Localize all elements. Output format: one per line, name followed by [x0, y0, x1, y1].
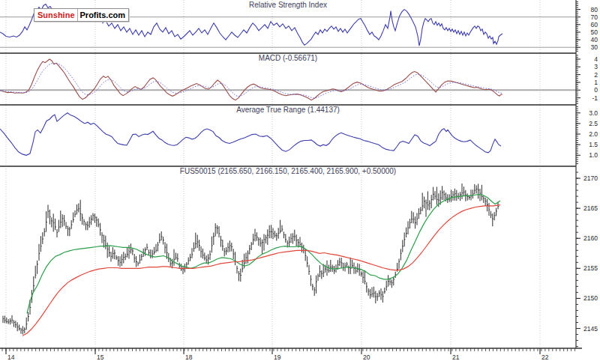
svg-text:2165: 2165 — [584, 204, 598, 212]
svg-text:18: 18 — [185, 354, 193, 361]
svg-text:21: 21 — [452, 354, 460, 361]
svg-text:2170: 2170 — [584, 175, 598, 182]
svg-text:19: 19 — [274, 354, 281, 361]
logo-sunshine-text: Sunshine — [34, 9, 78, 21]
svg-text:1.0: 1.0 — [589, 151, 598, 159]
svg-text:4: 4 — [594, 55, 598, 63]
svg-text:20: 20 — [363, 354, 370, 361]
logo-profits-text: Profits.com — [78, 9, 129, 21]
svg-text:80: 80 — [591, 6, 598, 13]
svg-text:50: 50 — [591, 28, 598, 36]
svg-text:60: 60 — [591, 21, 598, 28]
svg-text:3.0: 3.0 — [589, 109, 598, 117]
svg-text:2150: 2150 — [584, 294, 598, 302]
svg-text:1.5: 1.5 — [589, 141, 598, 148]
svg-text:2160: 2160 — [584, 234, 598, 242]
svg-text:2155: 2155 — [584, 264, 598, 272]
svg-text:1: 1 — [594, 79, 598, 86]
svg-text:40: 40 — [591, 36, 598, 43]
svg-text:15: 15 — [97, 354, 104, 361]
svg-text:2.5: 2.5 — [589, 120, 598, 127]
chart-canvas: 80706050403043210-13.02.52.01.51.0217021… — [0, 0, 600, 364]
svg-text:2: 2 — [594, 71, 598, 79]
svg-text:3: 3 — [594, 63, 598, 70]
svg-text:30: 30 — [591, 43, 598, 51]
sunshineprofits-logo: Sunshine Profits.com — [34, 8, 129, 22]
svg-text:-1: -1 — [592, 94, 598, 102]
svg-text:0: 0 — [594, 86, 598, 94]
svg-text:70: 70 — [591, 13, 598, 21]
svg-text:22: 22 — [542, 354, 549, 361]
chart-window: 80706050403043210-13.02.52.01.51.0217021… — [0, 0, 600, 364]
svg-text:2.0: 2.0 — [589, 130, 598, 138]
svg-text:2145: 2145 — [584, 325, 598, 333]
svg-text:14: 14 — [8, 354, 15, 361]
